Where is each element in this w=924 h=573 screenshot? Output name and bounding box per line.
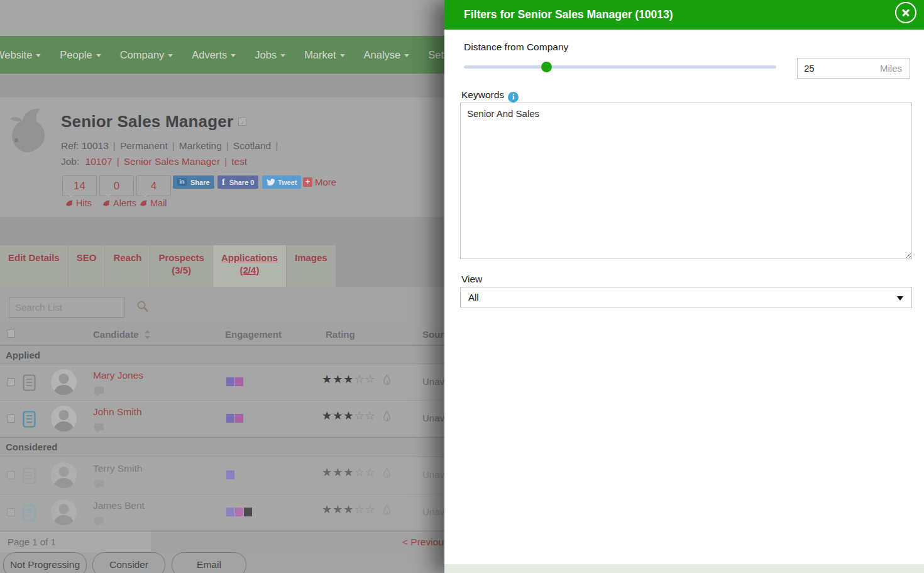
- keywords-label: Keywordsi: [461, 89, 519, 101]
- close-icon[interactable]: [895, 2, 916, 23]
- engagement-indicator: [226, 377, 244, 386]
- document-icon[interactable]: [23, 411, 36, 430]
- flame-icon: [382, 374, 392, 389]
- chevron-down-icon: [168, 54, 173, 57]
- tab-bar: Edit DetailsSEOReachProspects(3/5)Applic…: [0, 245, 336, 287]
- view-select[interactable]: All: [460, 287, 912, 308]
- engagement-swatch: [226, 508, 234, 516]
- engagement-swatch: [235, 377, 243, 386]
- candidate-name-link[interactable]: James Bent: [93, 500, 145, 511]
- engagement-swatch: [244, 508, 252, 516]
- flame-icon: [382, 504, 392, 519]
- hits-count-box[interactable]: 14: [62, 175, 97, 196]
- more-share-icon[interactable]: +: [303, 177, 312, 187]
- nav-item-people[interactable]: People: [60, 49, 101, 61]
- chevron-down-icon: [231, 54, 236, 57]
- tab-applications[interactable]: Applications(2/4): [213, 245, 287, 287]
- row-checkbox[interactable]: [7, 414, 15, 423]
- job-type: Permanent: [120, 140, 168, 151]
- linkedin-share-button[interactable]: inShare: [173, 175, 214, 189]
- distance-slider-track[interactable]: [464, 65, 776, 69]
- document-icon[interactable]: [23, 504, 36, 524]
- sort-icon[interactable]: [145, 330, 150, 339]
- nav-item-jobs[interactable]: Jobs: [255, 49, 285, 61]
- facebook-share-button[interactable]: fShare 0: [217, 175, 258, 189]
- chevron-down-icon: [897, 296, 903, 301]
- document-icon[interactable]: [23, 374, 36, 394]
- alerts-count-box[interactable]: 0: [99, 175, 134, 196]
- view-label: View: [461, 274, 482, 285]
- column-candidate[interactable]: Candidate: [93, 329, 150, 340]
- engagement-indicator: [226, 508, 253, 516]
- hits-link[interactable]: Hits: [65, 198, 92, 208]
- comment-bubble-icon[interactable]: [94, 387, 104, 394]
- distance-value-input[interactable]: [798, 63, 867, 74]
- distance-slider-handle[interactable]: [541, 62, 552, 72]
- rating-stars[interactable]: ★★★☆☆: [322, 409, 376, 423]
- avatar[interactable]: [51, 499, 77, 525]
- nav-item-website[interactable]: Website: [0, 49, 41, 61]
- alerts-link[interactable]: Alerts: [102, 198, 136, 208]
- job-region: Scotland: [233, 140, 271, 151]
- tab-reach[interactable]: Reach: [105, 245, 150, 287]
- fish-icon: [140, 199, 148, 207]
- job-number-link[interactable]: 10107: [85, 156, 113, 167]
- email-button[interactable]: Email: [172, 552, 246, 573]
- engagement-swatch: [226, 470, 234, 479]
- rating-stars[interactable]: ★★★☆☆: [322, 372, 376, 386]
- row-checkbox[interactable]: [7, 508, 15, 516]
- candidate-name-link[interactable]: Terry Smith: [93, 463, 142, 474]
- job-name-link[interactable]: Senior Sales Manager: [124, 156, 220, 167]
- chevron-down-icon: [36, 54, 41, 57]
- keywords-textarea[interactable]: Senior And Sales: [460, 103, 912, 259]
- mail-link[interactable]: Mail: [140, 198, 167, 208]
- row-checkbox[interactable]: [7, 378, 15, 386]
- chevron-down-icon: [340, 54, 345, 57]
- comment-bubble-icon[interactable]: [94, 517, 104, 524]
- rating-stars[interactable]: ★★★☆☆: [322, 465, 376, 479]
- nav-item-label: Adverts: [192, 49, 227, 61]
- tweet-button[interactable]: Tweet: [262, 175, 301, 189]
- info-icon[interactable]: i: [508, 92, 519, 103]
- view-selected-value: All: [468, 292, 479, 303]
- tab-prospects[interactable]: Prospects(3/5): [150, 245, 213, 287]
- avatar[interactable]: [51, 369, 77, 395]
- select-all-checkbox[interactable]: [7, 330, 15, 338]
- modal-title: Filters for Senior Sales Manager (10013): [464, 0, 673, 30]
- search-icon[interactable]: [136, 300, 149, 313]
- search-input[interactable]: [9, 297, 124, 318]
- previous-page-link[interactable]: < Previous: [402, 537, 449, 548]
- nav-item-market[interactable]: Market: [304, 49, 344, 61]
- edit-title-icon[interactable]: [238, 118, 246, 126]
- nav-item-label: Jobs: [255, 49, 277, 61]
- avatar[interactable]: [51, 406, 77, 431]
- distance-value-box: Miles: [797, 58, 910, 79]
- nav-item-adverts[interactable]: Adverts: [192, 49, 236, 61]
- document-icon[interactable]: [23, 467, 36, 487]
- row-checkbox[interactable]: [7, 471, 15, 479]
- job-tag-link[interactable]: test: [231, 156, 247, 167]
- job-ref: Ref: 10013: [61, 140, 109, 151]
- more-share-label[interactable]: More: [315, 177, 336, 187]
- page-indicator: Page 1 of 1: [8, 537, 56, 547]
- job-label: Job:: [61, 156, 79, 167]
- candidate-name-link[interactable]: Mary Jones: [93, 370, 143, 381]
- candidate-name-link[interactable]: John Smith: [93, 406, 142, 418]
- tab-edit-details[interactable]: Edit Details: [0, 245, 69, 287]
- mail-count-box[interactable]: 4: [136, 175, 171, 196]
- nav-item-company[interactable]: Company: [120, 49, 173, 61]
- nav-item-analyse[interactable]: Analyse: [364, 49, 410, 61]
- tab-images[interactable]: Images: [287, 245, 336, 287]
- nav-item-label: Analyse: [364, 49, 401, 61]
- nav-item-label: Market: [304, 49, 336, 61]
- modal-header: Filters for Senior Sales Manager (10013): [444, 0, 924, 30]
- comment-bubble-icon[interactable]: [94, 423, 104, 430]
- job-meta-line: Ref: 10013|Permanent|Marketing|Scotland|: [61, 140, 282, 152]
- not-progressing-button[interactable]: Not Progressing: [3, 552, 87, 573]
- rating-stars[interactable]: ★★★☆☆: [322, 503, 376, 516]
- consider-button[interactable]: Consider: [92, 552, 165, 573]
- tab-seo[interactable]: SEO: [69, 245, 106, 287]
- comment-bubble-icon[interactable]: [94, 480, 104, 487]
- avatar[interactable]: [51, 462, 77, 488]
- modal-footer-strip: [444, 564, 924, 573]
